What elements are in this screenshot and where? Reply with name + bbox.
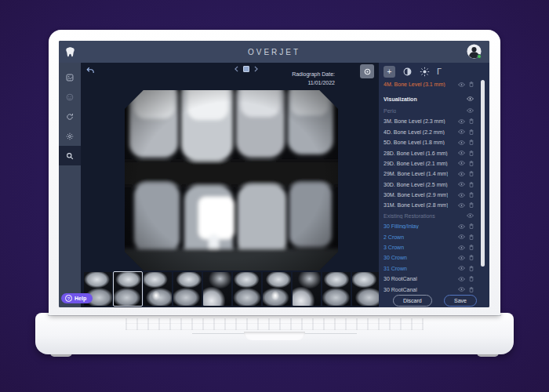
radiograph-image[interactable] (125, 90, 338, 270)
sidebar-item-refresh[interactable] (59, 107, 81, 126)
finding-row[interactable]: 28D. Bone Level (1.6 mm) (384, 147, 474, 158)
finding-row[interactable]: 2 Crown (384, 231, 474, 241)
laptop-keyboard (125, 318, 424, 330)
finding-row[interactable]: 30 RootCanal (384, 274, 474, 284)
visibility-eye-icon[interactable] (458, 161, 465, 165)
visibility-eye-icon[interactable] (458, 129, 465, 134)
left-sidebar (59, 63, 81, 307)
finding-row[interactable]: 4M. Bone Level (3.1 mm) (384, 79, 474, 89)
online-status-dot (477, 54, 482, 59)
radiograph-icon (66, 74, 74, 82)
app-title: OVERJET (59, 48, 489, 56)
trash-icon[interactable] (469, 245, 474, 250)
finding-row[interactable]: 30M. Bone Level (2.9 mm) (384, 190, 474, 200)
xray-thumbnail[interactable] (173, 272, 202, 306)
finding-row[interactable]: 30 Filling/Inlay (384, 221, 474, 231)
trash-icon[interactable] (469, 192, 474, 198)
user-avatar[interactable] (467, 44, 482, 59)
brightness-icon[interactable] (420, 67, 430, 77)
thumbnail-filmstrip (84, 272, 380, 306)
visibility-eye-icon[interactable] (458, 82, 465, 87)
finding-row[interactable]: 29D. Bone Level (2.1 mm) (384, 158, 474, 169)
visibility-eye-icon[interactable] (458, 256, 465, 260)
visualization-header-row[interactable]: Visualization (384, 93, 474, 103)
visibility-eye-icon[interactable] (458, 266, 465, 270)
question-mark-icon: ? (65, 295, 72, 302)
visibility-eye-icon[interactable] (458, 193, 465, 198)
finding-row[interactable]: 3M. Bone Level (2.3 mm) (384, 116, 474, 126)
trash-icon[interactable] (469, 266, 474, 271)
laptop-screen-bezel: OVERJET (49, 30, 500, 315)
visibility-eye-icon[interactable] (458, 224, 465, 229)
trash-icon[interactable] (469, 276, 474, 281)
finding-row[interactable]: 5D. Bone Level (1.8 mm) (384, 137, 474, 147)
xray-thumbnail[interactable] (263, 272, 291, 306)
xray-thumbnail[interactable] (322, 272, 351, 306)
sidebar-item-settings[interactable] (59, 126, 81, 146)
discard-button[interactable]: Discard (393, 295, 432, 307)
xray-thumbnail[interactable] (203, 272, 231, 306)
chevron-left-icon[interactable] (235, 66, 238, 72)
finding-row[interactable]: 4D. Bone Level (2.2 mm) (384, 127, 474, 137)
finding-row[interactable]: 30 Crown (384, 252, 474, 263)
undo-icon[interactable] (85, 67, 95, 74)
sidebar-item-search[interactable] (59, 146, 81, 165)
trash-icon[interactable] (469, 287, 474, 292)
sidebar-item-patient[interactable] (59, 87, 81, 107)
trash-icon[interactable] (469, 202, 474, 208)
image-settings-button[interactable] (360, 64, 374, 78)
finding-row[interactable]: 30D. Bone Level (2.5 mm) (384, 180, 474, 190)
visibility-eye-icon[interactable] (458, 277, 465, 281)
section-header-row[interactable]: Perio (384, 106, 474, 116)
xray-thumbnail[interactable] (114, 272, 142, 306)
visibility-eye-icon[interactable] (467, 96, 474, 101)
finding-label: 30 RootCanal (384, 287, 417, 292)
row-icons (458, 118, 474, 124)
finding-label: Existing Restorations (384, 213, 435, 219)
visibility-eye-icon[interactable] (458, 287, 465, 292)
trash-icon[interactable] (469, 82, 474, 87)
trash-icon[interactable] (469, 140, 474, 145)
save-button[interactable]: Save (444, 295, 477, 307)
trash-icon[interactable] (469, 234, 474, 240)
xray-thumbnail[interactable] (352, 272, 380, 306)
trash-icon[interactable] (469, 161, 474, 166)
gamma-icon[interactable]: Γ (437, 67, 442, 76)
xray-thumbnail[interactable] (293, 272, 321, 306)
finding-row[interactable]: 3 Crown (384, 242, 474, 252)
xray-thumbnail[interactable] (144, 272, 172, 306)
xray-thumbnail[interactable] (233, 272, 261, 306)
chevron-right-icon[interactable] (254, 66, 258, 72)
trash-icon[interactable] (469, 129, 474, 135)
sidebar-item-radiographs[interactable] (59, 67, 81, 87)
finding-row[interactable]: 30 RootCanal (384, 284, 474, 294)
trash-icon[interactable] (469, 182, 474, 187)
finding-label: Perio (384, 108, 396, 114)
trash-icon[interactable] (469, 255, 474, 260)
finding-row[interactable]: 31M. Bone Level (2.8 mm) (384, 200, 474, 210)
visibility-eye-icon[interactable] (458, 245, 465, 250)
panel-scrollbar[interactable] (481, 80, 485, 267)
contrast-icon[interactable] (402, 67, 413, 77)
help-button[interactable]: ? Help (61, 293, 93, 303)
visibility-eye-icon[interactable] (467, 213, 474, 218)
visibility-eye-icon[interactable] (458, 182, 465, 187)
section-header-row[interactable]: Existing Restorations (384, 211, 474, 221)
current-image-icon[interactable] (243, 66, 249, 72)
trash-icon[interactable] (469, 151, 474, 156)
visibility-eye-icon[interactable] (458, 140, 465, 145)
visibility-eye-icon[interactable] (458, 172, 465, 176)
row-icons (458, 140, 474, 145)
visibility-eye-icon[interactable] (458, 203, 465, 208)
add-annotation-button[interactable]: + (384, 66, 395, 78)
row-icons (458, 234, 474, 240)
visibility-eye-icon[interactable] (467, 108, 474, 113)
visibility-eye-icon[interactable] (458, 234, 465, 239)
trash-icon[interactable] (469, 118, 474, 124)
finding-row[interactable]: 29M. Bone Level (1.4 mm) (384, 169, 474, 179)
visibility-eye-icon[interactable] (458, 119, 465, 124)
visibility-eye-icon[interactable] (458, 151, 465, 155)
trash-icon[interactable] (469, 223, 474, 229)
trash-icon[interactable] (469, 171, 474, 176)
finding-row[interactable]: 31 Crown (384, 263, 474, 274)
